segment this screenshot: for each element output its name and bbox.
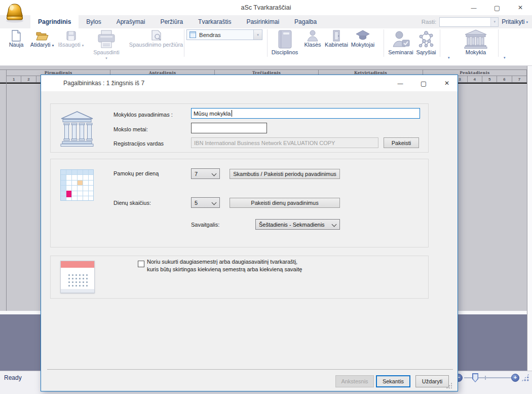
weekend-label: Savaitgalis: [191, 222, 219, 228]
close-button[interactable]: ✕ [509, 0, 532, 15]
previous-button[interactable]: Ankstesnis [335, 375, 374, 387]
ribbon-tabs: PagrindinisBylosAprašymaiPeržiūraTvarkar… [30, 15, 324, 28]
dialog-title: Pagalbininkas : 1 žingsnis iš 7 [63, 75, 144, 91]
wizard-dialog: Pagalbininkas : 1 žingsnis iš 7 — ▢ ✕ [41, 75, 458, 391]
group-dialog-launcher-icon[interactable]: ▾ [448, 56, 450, 60]
apply-label: Pritaikyti [502, 18, 524, 25]
find-label: Rasti: [422, 19, 436, 25]
save-dropdown-arrow-icon: ▾ [82, 44, 84, 47]
new-document-icon [5, 29, 27, 42]
next-button[interactable]: Sekantis [376, 375, 410, 387]
print-preview-icon [128, 29, 184, 42]
days-count-select[interactable]: 5 [191, 197, 220, 208]
group-dialog-launcher-icon[interactable]: ▾ [504, 56, 506, 60]
period-number-cell: 2 [21, 76, 36, 83]
new-button[interactable]: Nauja [5, 29, 27, 48]
period-number-cell: 4 [468, 76, 482, 83]
tab-pagalba[interactable]: Pagalba [287, 15, 324, 28]
text-caret [232, 110, 232, 117]
teachers-button[interactable]: Mokytojai [350, 29, 376, 48]
status-text: Ready [4, 374, 22, 381]
period-number-cell: 7 [512, 76, 527, 83]
maximize-button[interactable]: ▢ [485, 0, 509, 15]
minimize-button[interactable]: — [462, 0, 485, 15]
change-registration-button[interactable]: Pakeisti [384, 137, 419, 148]
bells-button[interactable]: Skambutis / Pakeisti periodų pavadinimus [230, 169, 340, 179]
period-number-cell: 1 [7, 76, 21, 83]
multiweek-checkbox[interactable] [138, 261, 144, 267]
school-button[interactable]: Mokykla [458, 29, 494, 55]
find-combobox[interactable]: ▾ [439, 17, 499, 27]
apply-button[interactable]: Pritaikyti ▾ [502, 18, 528, 25]
zoom-slider-thumb[interactable] [472, 373, 478, 382]
open-dropdown-arrow-icon: ▾ [52, 44, 54, 47]
title-bar: aSc Tvarkaraščiai — ▢ ✕ [0, 0, 532, 15]
view-combobox[interactable]: Bendras ▾ [186, 29, 262, 40]
book-icon [269, 29, 301, 49]
find-area: Rasti: ▾ Pritaikyti ▾ [422, 15, 528, 28]
grid-group: Pamokų per dieną 7 Skambutis / Pakeisti … [50, 159, 429, 247]
timetable-right-strip [527, 66, 532, 371]
open-button[interactable]: Atidaryti ▾ [27, 29, 57, 48]
calendar-icon [60, 261, 95, 293]
multiweek-checkbox-label[interactable]: Noriu sukurti daugiasemestrį arba daugia… [147, 258, 302, 273]
network-icon [415, 29, 437, 49]
zoom-in-button[interactable]: + [511, 374, 519, 382]
tab-aprašymai[interactable]: Aprašymai [109, 15, 153, 28]
weekend-select[interactable]: Šeštadienis - Sekmadienis [255, 219, 340, 230]
apply-dropdown-arrow-icon: ▾ [526, 20, 528, 24]
app-window: aSc Tvarkaraščiai — ▢ ✕ PagrindinisBylos… [0, 0, 532, 394]
dialog-close-action-button[interactable]: Uždaryti [415, 375, 449, 387]
school-year-input[interactable] [191, 123, 267, 133]
find-dropdown-arrow-icon[interactable]: ▾ [490, 18, 498, 26]
school-group: Mokyklos pavadinimas : Mūsų mokykla Moks… [50, 103, 429, 153]
ribbon-separator [498, 29, 499, 57]
rename-days-button[interactable]: Pakeisti dienų pavadinimus [230, 198, 340, 208]
school-name-input[interactable]: Mūsų mokykla [191, 108, 420, 119]
dialog-close-button[interactable]: ✕ [439, 77, 454, 89]
print-preview-button[interactable]: Spausdinimo peržiūra [128, 29, 184, 48]
zoom-slider-track[interactable] [464, 377, 518, 378]
print-button[interactable]: Spausdinti ▾ [86, 29, 127, 60]
dialog-title-bar[interactable]: Pagalbininkas : 1 žingsnis iš 7 — ▢ ✕ [41, 75, 458, 91]
find-input[interactable] [440, 18, 498, 26]
person-icon [302, 29, 323, 42]
dialog-maximize-button[interactable]: ▢ [416, 77, 431, 89]
app-bell-icon[interactable] [4, 2, 25, 23]
view-dropdown-arrow-icon[interactable]: ▾ [253, 30, 262, 40]
ribbon: Nauja Atidaryti ▾ Išsaugoti ▾ Spausdinti… [0, 28, 532, 66]
door-icon [324, 29, 349, 42]
ribbon-separator [440, 29, 440, 57]
tab-pagrindinis[interactable]: Pagrindinis [30, 15, 79, 28]
multiweek-group: Noriu sukurti daugiasemestrį arba daugia… [50, 256, 429, 299]
tab-tvarkaraštis[interactable]: Tvarkaraštis [191, 15, 239, 28]
save-button[interactable]: Išsaugoti ▾ [57, 29, 85, 48]
school-year-label: Mokslo metai: [113, 126, 148, 132]
dialog-minimize-button[interactable]: — [393, 77, 408, 89]
periods-per-day-select[interactable]: 7 [191, 168, 220, 179]
seminars-button[interactable]: Seminarai [386, 29, 415, 55]
ribbon-separator [267, 29, 268, 57]
zoom-slider-tick [485, 376, 486, 380]
window-title: aSc Tvarkaraščiai [0, 0, 532, 15]
classrooms-button[interactable]: Kabinetai [324, 29, 349, 48]
tab-pasirinkimai[interactable]: Pasirinkimai [239, 15, 287, 28]
days-count-label: Dienų skaičius: [113, 200, 151, 206]
classes-button[interactable]: Klasės [302, 29, 323, 48]
person-check-icon [386, 29, 415, 49]
print-dropdown-arrow-icon: ▾ [86, 56, 127, 60]
tab-peržiūra[interactable]: Peržiūra [153, 15, 191, 28]
ribbon-separator [184, 29, 184, 57]
timetable-grid-icon [60, 169, 94, 201]
periods-per-day-label: Pamokų per dieną [113, 170, 159, 176]
resize-grip-icon[interactable] [521, 373, 529, 382]
tab-bylos[interactable]: Bylos [79, 15, 108, 28]
school-building-icon [458, 29, 494, 49]
period-number-cell: 5 [482, 76, 497, 83]
school-name-label: Mokyklos pavadinimas : [113, 112, 173, 118]
relations-button[interactable]: Sąryšiai [415, 29, 437, 55]
registration-name-label: Registracijos vardas [113, 140, 164, 147]
dialog-separator [47, 369, 453, 370]
subjects-button[interactable]: Disciplinos [269, 29, 301, 55]
timetable-row-header-column [0, 83, 7, 311]
